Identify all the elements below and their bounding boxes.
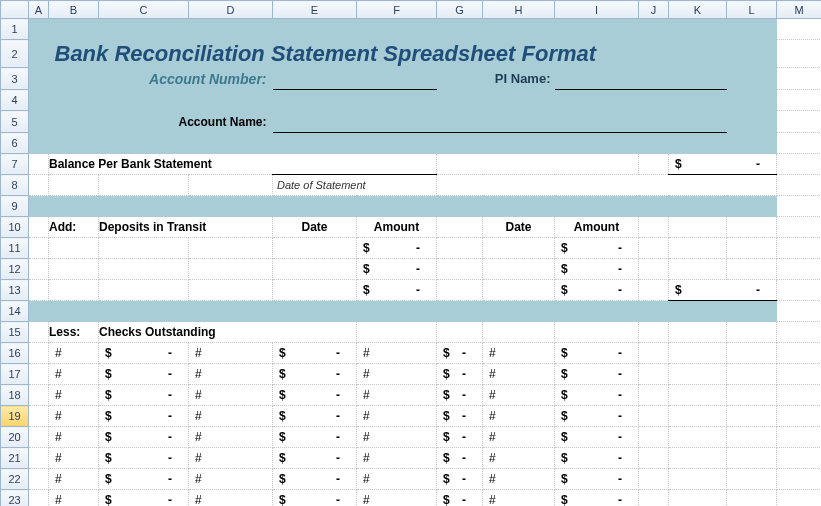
- check-num-r23-3[interactable]: #: [357, 490, 437, 507]
- deposit-date-1b[interactable]: [483, 238, 555, 259]
- check-num-r19-1[interactable]: #: [49, 406, 99, 427]
- row-header-4[interactable]: 4: [1, 90, 29, 111]
- row-2[interactable]: 2 Bank Reconciliation Statement Spreadsh…: [1, 40, 822, 68]
- row-18[interactable]: 18#$-#$-#$-#$-: [1, 385, 822, 406]
- input-account-number[interactable]: [273, 68, 437, 90]
- deposit-date-2a[interactable]: [273, 259, 357, 280]
- deposit-amount-3b[interactable]: $-: [555, 280, 639, 301]
- check-num-r20-3[interactable]: #: [357, 427, 437, 448]
- check-amt-r17-1[interactable]: $-: [99, 364, 189, 385]
- row-header-21[interactable]: 21: [1, 448, 29, 469]
- check-amt-r23-2[interactable]: $-: [273, 490, 357, 507]
- check-num-r23-1[interactable]: #: [49, 490, 99, 507]
- row-header-22[interactable]: 22: [1, 469, 29, 490]
- check-amt-r21-4[interactable]: $-: [555, 448, 639, 469]
- deposits-subtotal[interactable]: $-: [669, 280, 777, 301]
- input-pi-name[interactable]: [555, 68, 727, 90]
- check-amt-r19-1[interactable]: $-: [99, 406, 189, 427]
- check-num-r21-2[interactable]: #: [189, 448, 273, 469]
- check-amt-r21-1[interactable]: $-: [99, 448, 189, 469]
- col-L[interactable]: L: [727, 1, 777, 19]
- check-num-r20-2[interactable]: #: [189, 427, 273, 448]
- row-header-2[interactable]: 2: [1, 40, 29, 68]
- row-6[interactable]: 6: [1, 133, 822, 154]
- check-num-r18-2[interactable]: #: [189, 385, 273, 406]
- check-num-r16-4[interactable]: #: [483, 343, 555, 364]
- row-header-20[interactable]: 20: [1, 427, 29, 448]
- check-amt-r23-3[interactable]: $-: [437, 490, 483, 507]
- col-G[interactable]: G: [437, 1, 483, 19]
- check-amt-r17-3[interactable]: $-: [437, 364, 483, 385]
- deposit-date-3b[interactable]: [483, 280, 555, 301]
- check-amt-r17-4[interactable]: $-: [555, 364, 639, 385]
- check-amt-r16-4[interactable]: $-: [555, 343, 639, 364]
- row-3[interactable]: 3 Account Number: PI Name:: [1, 68, 822, 90]
- check-num-r17-3[interactable]: #: [357, 364, 437, 385]
- check-num-r18-4[interactable]: #: [483, 385, 555, 406]
- check-num-r17-1[interactable]: #: [49, 364, 99, 385]
- check-num-r20-4[interactable]: #: [483, 427, 555, 448]
- row-header-10[interactable]: 10: [1, 217, 29, 238]
- check-num-r19-2[interactable]: #: [189, 406, 273, 427]
- row-header-15[interactable]: 15: [1, 322, 29, 343]
- row-9[interactable]: 9: [1, 196, 822, 217]
- check-amt-r18-4[interactable]: $-: [555, 385, 639, 406]
- check-num-r16-3[interactable]: #: [357, 343, 437, 364]
- col-B[interactable]: B: [49, 1, 99, 19]
- row-header-16[interactable]: 16: [1, 343, 29, 364]
- check-amt-r20-3[interactable]: $-: [437, 427, 483, 448]
- check-amt-r20-2[interactable]: $-: [273, 427, 357, 448]
- row-header-13[interactable]: 13: [1, 280, 29, 301]
- col-E[interactable]: E: [273, 1, 357, 19]
- deposit-amount-1b[interactable]: $-: [555, 238, 639, 259]
- check-amt-r22-1[interactable]: $-: [99, 469, 189, 490]
- check-amt-r16-3[interactable]: $-: [437, 343, 483, 364]
- spreadsheet-grid[interactable]: A B C D E F G H I J K L M 1 2 Bank Recon…: [0, 0, 821, 506]
- row-14[interactable]: 14: [1, 301, 822, 322]
- check-num-r22-1[interactable]: #: [49, 469, 99, 490]
- check-num-r17-4[interactable]: #: [483, 364, 555, 385]
- row-20[interactable]: 20#$-#$-#$-#$-: [1, 427, 822, 448]
- row-header-11[interactable]: 11: [1, 238, 29, 259]
- row-8[interactable]: 8 Date of Statement: [1, 175, 822, 196]
- check-amt-r18-1[interactable]: $-: [99, 385, 189, 406]
- input-balance-date[interactable]: [273, 154, 437, 175]
- check-num-r22-4[interactable]: #: [483, 469, 555, 490]
- row-header-8[interactable]: 8: [1, 175, 29, 196]
- row-21[interactable]: 21#$-#$-#$-#$-: [1, 448, 822, 469]
- row-15[interactable]: 15 Less: Checks Outstanding: [1, 322, 822, 343]
- check-num-r18-1[interactable]: #: [49, 385, 99, 406]
- check-num-r22-2[interactable]: #: [189, 469, 273, 490]
- check-num-r18-3[interactable]: #: [357, 385, 437, 406]
- deposit-amount-3a[interactable]: $-: [357, 280, 437, 301]
- check-num-r17-2[interactable]: #: [189, 364, 273, 385]
- balance-amount[interactable]: $-: [669, 154, 777, 175]
- row-header-17[interactable]: 17: [1, 364, 29, 385]
- row-header-23[interactable]: 23: [1, 490, 29, 507]
- row-11[interactable]: 11 $- $-: [1, 238, 822, 259]
- check-amt-r22-2[interactable]: $-: [273, 469, 357, 490]
- row-1[interactable]: 1: [1, 19, 822, 40]
- row-header-14[interactable]: 14: [1, 301, 29, 322]
- select-all-corner[interactable]: [1, 1, 29, 19]
- check-amt-r18-2[interactable]: $-: [273, 385, 357, 406]
- col-M[interactable]: M: [777, 1, 822, 19]
- row-header-5[interactable]: 5: [1, 111, 29, 133]
- check-amt-r20-1[interactable]: $-: [99, 427, 189, 448]
- row-22[interactable]: 22#$-#$-#$-#$-: [1, 469, 822, 490]
- check-amt-r23-1[interactable]: $-: [99, 490, 189, 507]
- check-num-r23-2[interactable]: #: [189, 490, 273, 507]
- deposit-amount-1a[interactable]: $-: [357, 238, 437, 259]
- check-num-r23-4[interactable]: #: [483, 490, 555, 507]
- input-account-name[interactable]: [273, 111, 727, 133]
- row-4[interactable]: 4: [1, 90, 822, 111]
- row-19[interactable]: 19#$-#$-#$-#$-: [1, 406, 822, 427]
- row-header-9[interactable]: 9: [1, 196, 29, 217]
- check-amt-r19-4[interactable]: $-: [555, 406, 639, 427]
- check-amt-r19-3[interactable]: $-: [437, 406, 483, 427]
- row-header-6[interactable]: 6: [1, 133, 29, 154]
- check-amt-r23-4[interactable]: $-: [555, 490, 639, 507]
- row-header-12[interactable]: 12: [1, 259, 29, 280]
- row-7[interactable]: 7 Balance Per Bank Statement $-: [1, 154, 822, 175]
- check-amt-r21-2[interactable]: $-: [273, 448, 357, 469]
